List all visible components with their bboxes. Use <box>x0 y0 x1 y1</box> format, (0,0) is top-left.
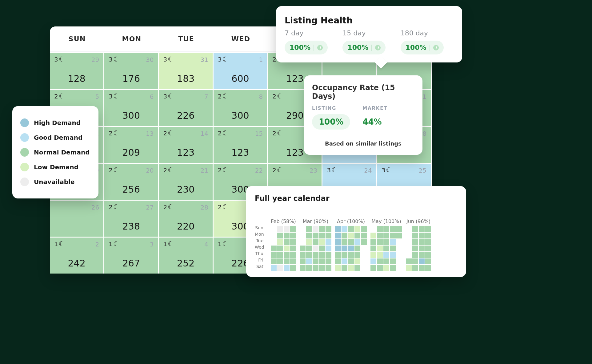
year-day-cell[interactable] <box>412 239 418 245</box>
year-day-cell[interactable] <box>383 233 389 238</box>
year-day-cell[interactable] <box>348 252 354 258</box>
year-day-cell[interactable] <box>319 252 325 258</box>
year-day-cell[interactable] <box>306 252 312 258</box>
year-day-cell[interactable] <box>406 246 412 251</box>
year-day-cell[interactable] <box>348 239 354 245</box>
year-day-cell[interactable] <box>396 246 402 251</box>
year-day-cell[interactable] <box>412 233 418 238</box>
year-day-cell[interactable] <box>335 258 341 264</box>
year-day-cell[interactable] <box>425 252 431 258</box>
year-day-cell[interactable] <box>313 233 318 238</box>
health-pill[interactable]: 100%i <box>342 41 386 54</box>
year-day-cell[interactable] <box>277 233 283 238</box>
year-day-cell[interactable] <box>319 246 325 251</box>
year-day-cell[interactable] <box>306 265 312 271</box>
calendar-day[interactable]: 2☾21230 <box>159 163 214 200</box>
year-day-cell[interactable] <box>306 258 312 264</box>
year-day-cell[interactable] <box>425 246 431 251</box>
year-day-cell[interactable] <box>354 252 360 258</box>
calendar-day[interactable]: 3☾31183 <box>159 52 214 89</box>
year-day-cell[interactable] <box>271 265 277 271</box>
year-day-cell[interactable] <box>300 246 306 251</box>
year-day-cell[interactable] <box>406 233 412 238</box>
year-day-cell[interactable] <box>306 226 312 232</box>
year-day-cell[interactable] <box>348 226 354 232</box>
year-day-cell[interactable] <box>425 258 431 264</box>
year-day-cell[interactable] <box>419 258 425 264</box>
year-day-cell[interactable] <box>425 265 431 271</box>
year-day-cell[interactable] <box>271 226 277 232</box>
year-day-cell[interactable] <box>313 265 318 271</box>
year-day-cell[interactable] <box>284 246 290 251</box>
year-day-cell[interactable] <box>377 226 383 232</box>
year-day-cell[interactable] <box>412 246 418 251</box>
year-day-cell[interactable] <box>335 265 341 271</box>
calendar-day[interactable]: 3☾1600 <box>214 52 268 89</box>
year-day-cell[interactable] <box>326 239 331 245</box>
calendar-day[interactable]: 1☾3267 <box>104 237 159 274</box>
year-day-cell[interactable] <box>326 233 331 238</box>
year-day-cell[interactable] <box>313 252 318 258</box>
year-day-cell[interactable] <box>377 246 383 251</box>
year-day-cell[interactable] <box>396 252 402 258</box>
year-day-cell[interactable] <box>383 258 389 264</box>
year-day-cell[interactable] <box>383 252 389 258</box>
calendar-day[interactable]: 3☾7226 <box>159 89 214 126</box>
year-day-cell[interactable] <box>361 239 367 245</box>
year-day-cell[interactable] <box>412 252 418 258</box>
year-day-cell[interactable] <box>271 258 277 264</box>
year-day-cell[interactable] <box>290 265 296 271</box>
year-day-cell[interactable] <box>354 233 360 238</box>
year-day-cell[interactable] <box>319 239 325 245</box>
year-day-cell[interactable] <box>335 226 341 232</box>
year-day-cell[interactable] <box>425 226 431 232</box>
year-day-cell[interactable] <box>370 246 376 251</box>
year-day-cell[interactable] <box>425 239 431 245</box>
year-day-cell[interactable] <box>326 265 331 271</box>
year-day-cell[interactable] <box>361 265 367 271</box>
year-day-cell[interactable] <box>425 233 431 238</box>
year-day-cell[interactable] <box>396 258 402 264</box>
year-day-cell[interactable] <box>419 246 425 251</box>
year-day-cell[interactable] <box>354 226 360 232</box>
year-day-cell[interactable] <box>370 252 376 258</box>
year-day-cell[interactable] <box>300 265 306 271</box>
year-day-cell[interactable] <box>361 252 367 258</box>
year-day-cell[interactable] <box>342 246 347 251</box>
year-day-cell[interactable] <box>300 226 306 232</box>
calendar-day[interactable]: 2☾28220 <box>159 200 214 237</box>
calendar-day[interactable]: 26 <box>50 200 104 237</box>
year-day-cell[interactable] <box>377 265 383 271</box>
year-day-cell[interactable] <box>390 265 396 271</box>
year-day-cell[interactable] <box>284 265 290 271</box>
year-day-cell[interactable] <box>354 265 360 271</box>
year-day-cell[interactable] <box>419 265 425 271</box>
year-day-cell[interactable] <box>319 258 325 264</box>
year-day-cell[interactable] <box>313 258 318 264</box>
year-day-cell[interactable] <box>361 246 367 251</box>
calendar-day[interactable]: 2☾13209 <box>104 126 159 163</box>
year-day-cell[interactable] <box>300 239 306 245</box>
year-day-cell[interactable] <box>419 239 425 245</box>
year-day-cell[interactable] <box>348 246 354 251</box>
calendar-day[interactable]: 2☾8300 <box>214 89 268 126</box>
health-pill[interactable]: 100%i <box>401 41 444 54</box>
year-day-cell[interactable] <box>370 226 376 232</box>
year-day-cell[interactable] <box>306 239 312 245</box>
year-day-cell[interactable] <box>377 233 383 238</box>
year-day-cell[interactable] <box>277 226 283 232</box>
year-day-cell[interactable] <box>383 246 389 251</box>
year-day-cell[interactable] <box>277 246 283 251</box>
year-day-cell[interactable] <box>342 226 347 232</box>
calendar-day[interactable]: 3☾29128 <box>50 52 104 89</box>
year-day-cell[interactable] <box>342 252 347 258</box>
year-day-cell[interactable] <box>290 246 296 251</box>
year-day-cell[interactable] <box>306 246 312 251</box>
year-day-cell[interactable] <box>284 233 290 238</box>
calendar-day[interactable]: 1☾4252 <box>159 237 214 274</box>
year-day-cell[interactable] <box>342 239 347 245</box>
year-day-cell[interactable] <box>412 265 418 271</box>
year-day-cell[interactable] <box>390 252 396 258</box>
year-day-cell[interactable] <box>370 265 376 271</box>
year-day-cell[interactable] <box>406 252 412 258</box>
